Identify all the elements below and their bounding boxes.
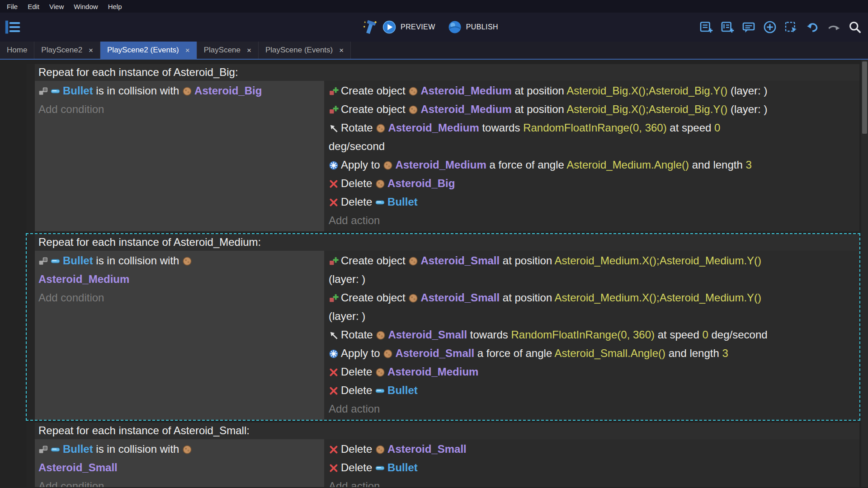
expression: 0	[702, 328, 708, 341]
add-action-button[interactable]: Add action	[329, 399, 856, 418]
action-row[interactable]: Rotate Asteroid_Medium towards RandomFlo…	[329, 118, 856, 155]
tab-close-icon[interactable]: ×	[185, 47, 190, 54]
delete-icon	[329, 445, 339, 455]
create-object-icon	[329, 105, 339, 115]
action-row[interactable]: Delete Bullet	[329, 381, 856, 399]
tab-label: PlayScene2	[41, 46, 82, 55]
event-header[interactable]: Repeat for each instance of Asteroid_Big…	[35, 64, 859, 81]
instruction-text: is in collision with	[93, 254, 182, 267]
action-row[interactable]: Create object Asteroid_Small at position…	[329, 288, 856, 325]
toolbar-center: PREVIEW PUBLISH	[362, 13, 506, 42]
tab-playscene2[interactable]: PlayScene2×	[34, 42, 100, 59]
conditions-column: Bullet is in collision with Asteroid_Med…	[35, 251, 324, 420]
create-object-icon	[329, 293, 339, 303]
tab-close-icon[interactable]: ×	[339, 47, 344, 54]
add-event-icon[interactable]	[699, 20, 713, 34]
collision-icon	[38, 256, 48, 266]
play-icon[interactable]	[382, 20, 396, 34]
event-drag-handle[interactable]	[27, 234, 35, 420]
action-row[interactable]: Rotate Asteroid_Small towards RandomFloa…	[329, 325, 856, 344]
action-row[interactable]: Delete Asteroid_Medium	[329, 362, 856, 381]
event-block[interactable]: Repeat for each instance of Asteroid_Med…	[26, 233, 860, 421]
add-comment-icon[interactable]	[742, 20, 755, 34]
add-condition-button[interactable]: Add condition	[38, 288, 321, 307]
tab-close-icon[interactable]: ×	[247, 47, 251, 54]
condition-row[interactable]: Bullet is in collision with Asteroid_Med…	[38, 251, 321, 288]
menu-item-view[interactable]: View	[44, 0, 69, 13]
instruction-text: Rotate	[341, 122, 376, 134]
event-drag-handle[interactable]	[27, 64, 35, 231]
events-sheet: Repeat for each instance of Asteroid_Big…	[0, 60, 868, 487]
bullet-sprite-icon	[51, 86, 61, 96]
menu-item-help[interactable]: Help	[103, 0, 127, 13]
expression: Asteroid_Big.X();Asteroid_Big.Y()	[566, 84, 727, 97]
build-icon[interactable]	[362, 19, 378, 35]
condition-row[interactable]: Bullet is in collision with Asteroid_Sma…	[38, 440, 321, 477]
menu-item-edit[interactable]: Edit	[23, 0, 44, 13]
event-drag-handle[interactable]	[27, 422, 35, 487]
tab-playscene-events-[interactable]: PlayScene (Events)×	[259, 42, 351, 59]
add-subevent-icon[interactable]	[721, 20, 734, 34]
expression: Asteroid_Big.X();Asteroid_Big.Y()	[566, 103, 727, 115]
action-row[interactable]: Create object Asteroid_Medium at positio…	[329, 100, 856, 118]
instruction-text: Delete	[341, 366, 375, 378]
add-condition-button[interactable]: Add condition	[38, 477, 321, 487]
add-action-button[interactable]: Add action	[329, 211, 856, 230]
menu-item-file[interactable]: File	[2, 0, 23, 13]
add-condition-button[interactable]: Add condition	[38, 100, 321, 118]
action-row[interactable]: Delete Asteroid_Big	[329, 174, 856, 192]
menu-item-window[interactable]: Window	[69, 0, 103, 13]
tab-playscene[interactable]: PlayScene×	[197, 42, 259, 59]
redo-icon[interactable]	[827, 20, 840, 34]
asteroid-sprite-icon	[375, 179, 385, 189]
action-row[interactable]: Create object Asteroid_Medium at positio…	[329, 81, 856, 100]
choose-event-icon[interactable]	[784, 20, 798, 34]
add-action-button[interactable]: Add action	[329, 477, 856, 487]
project-manager-icon[interactable]	[5, 19, 21, 35]
instruction-text: (layer: )	[727, 103, 767, 115]
instruction-text: (layer: )	[329, 273, 365, 285]
publish-button[interactable]: PUBLISH	[466, 23, 498, 31]
action-row[interactable]: Apply to Asteroid_Medium a force of angl…	[329, 155, 856, 174]
event-header[interactable]: Repeat for each instance of Asteroid_Sma…	[35, 422, 859, 439]
menu-bar: FileEditViewWindowHelp	[0, 0, 868, 13]
instruction-text: Create object	[341, 254, 408, 267]
object-ref: Asteroid_Medium	[38, 273, 129, 285]
instruction-text: deg/second	[708, 328, 768, 341]
event-block[interactable]: Repeat for each instance of Asteroid_Big…	[26, 63, 860, 232]
action-row[interactable]: Delete Bullet	[329, 192, 856, 211]
instruction-text: Apply to	[341, 159, 383, 171]
undo-icon[interactable]	[806, 20, 819, 34]
action-row[interactable]: Apply to Asteroid_Small a force of angle…	[329, 344, 856, 362]
instruction-text: towards	[479, 122, 523, 134]
asteroid-sprite-icon	[383, 349, 393, 359]
publish-globe-icon[interactable]	[448, 20, 462, 34]
tab-bar: HomePlayScene2×PlayScene2 (Events)×PlayS…	[0, 42, 868, 60]
add-circle-icon[interactable]	[763, 20, 777, 34]
preview-button[interactable]: PREVIEW	[401, 23, 435, 31]
action-row[interactable]: Create object Asteroid_Small at position…	[329, 251, 856, 288]
conditions-column: Bullet is in collision with Asteroid_Sma…	[35, 439, 324, 487]
bullet-sprite-icon	[375, 463, 385, 473]
instruction-text: towards	[467, 328, 511, 341]
instruction-text: Create object	[341, 84, 408, 97]
object-ref: Bullet	[387, 461, 418, 474]
asteroid-sprite-icon	[182, 256, 192, 266]
condition-row[interactable]: Bullet is in collision with Asteroid_Big	[38, 81, 321, 100]
actions-column: Create object Asteroid_Small at position…	[324, 251, 859, 420]
search-icon[interactable]	[848, 20, 862, 34]
instruction-text: (layer: )	[727, 84, 767, 97]
action-row[interactable]: Delete Asteroid_Small	[329, 440, 856, 458]
scrollbar-thumb[interactable]	[862, 61, 867, 134]
asteroid-sprite-icon	[408, 105, 418, 115]
tab-home[interactable]: Home	[0, 42, 34, 59]
action-row[interactable]: Delete Bullet	[329, 458, 856, 477]
tab-close-icon[interactable]: ×	[89, 47, 93, 54]
tab-playscene2-events-[interactable]: PlayScene2 (Events)×	[100, 42, 197, 59]
event-header[interactable]: Repeat for each instance of Asteroid_Med…	[35, 234, 859, 251]
event-block[interactable]: Repeat for each instance of Asteroid_Sma…	[26, 422, 860, 487]
bullet-sprite-icon	[375, 197, 385, 207]
instruction-text: Delete	[341, 384, 375, 396]
actions-column: Create object Asteroid_Medium at positio…	[324, 81, 859, 231]
instruction-text: Delete	[341, 177, 375, 189]
